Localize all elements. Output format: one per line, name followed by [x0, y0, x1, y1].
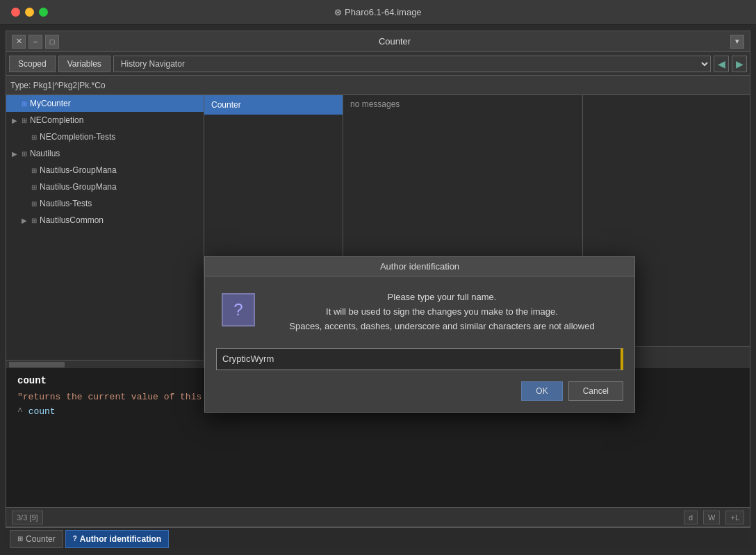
package-icon: ⊞	[22, 150, 27, 158]
status-w-button[interactable]: W	[703, 511, 720, 524]
tree-item-label-necompletion: NECompletion	[30, 115, 83, 125]
nav-forward-button[interactable]: ▶	[732, 56, 747, 72]
search-input[interactable]	[10, 81, 746, 90]
status-bar: 3/3 [9] d W +L	[6, 507, 750, 527]
dialog-line3: Spaces, accents, dashes, underscore and …	[266, 320, 618, 334]
tree-item-label-nautiluscommon: NautilusCommon	[40, 215, 104, 225]
expand-arrow-nautiluscommon: ▶	[22, 217, 28, 224]
dialog-question-icon: ?	[222, 293, 255, 326]
dialog-icon-symbol: ?	[233, 300, 243, 320]
tree-item-nautilus[interactable]: ▶ ⊞ Nautilus	[6, 145, 204, 162]
taskbar-author-label: Author identification	[80, 534, 161, 544]
package-icon: ⊞	[31, 217, 37, 224]
tree-item-nautilus-tests[interactable]: ⊞ Nautilus-Tests	[6, 195, 204, 212]
dialog-buttons: OK Cancel	[205, 381, 634, 412]
package-icon: ⊞	[22, 117, 27, 124]
window-maximize-button[interactable]: □	[45, 35, 59, 49]
tree-item-label-mycounter: MyCounter	[30, 99, 71, 108]
status-d-button[interactable]: d	[684, 511, 698, 524]
tree-item-necompletion-tests[interactable]: ⊞ NECompletion-Tests	[6, 129, 204, 145]
cancel-button[interactable]: Cancel	[568, 381, 623, 401]
tree-item-nautiluscommon[interactable]: ▶ ⊞ NautilusCommon	[6, 212, 204, 229]
history-bar: History Navigator ◀ ▶	[113, 56, 747, 72]
traffic-lights	[11, 8, 48, 17]
expand-arrow	[22, 200, 28, 208]
taskbar-counter-icon: ⊞	[17, 535, 23, 542]
tree-item-label-nautilus-groupmana2: Nautilus-GroupMana	[40, 182, 117, 192]
nav-back-button[interactable]: ◀	[714, 56, 729, 72]
variables-button[interactable]: Variables	[58, 56, 110, 72]
dialog-line1: Please type your full name.	[266, 290, 618, 305]
taskbar-counter-item[interactable]: ⊞ Counter	[10, 530, 63, 548]
tree-item-nautilus-groupmana1[interactable]: ⊞ Nautilus-GroupMana	[6, 162, 204, 179]
taskbar-author-icon: ?	[73, 535, 77, 542]
expand-arrow	[22, 133, 28, 141]
package-icon: ⊞	[31, 200, 37, 208]
tree-item-label-necompletion-tests: NECompletion-Tests	[40, 132, 115, 142]
tree-item-nautilus-groupmana2[interactable]: ⊞ Nautilus-GroupMana	[6, 179, 204, 195]
tree-horizontal-scrollbar[interactable]	[6, 360, 204, 368]
history-navigator-select[interactable]: History Navigator	[113, 56, 711, 72]
method-item-counter[interactable]: Counter	[204, 95, 343, 115]
method-item-label-counter: Counter	[211, 100, 241, 110]
tree-item-mycounter[interactable]: ⊞ MyCounter	[6, 95, 204, 112]
author-identification-dialog: Author identification ? Please type your…	[204, 256, 635, 412]
dialog-titlebar: Author identification	[205, 257, 634, 276]
minimize-window-button[interactable]	[25, 8, 34, 17]
author-name-input[interactable]	[216, 348, 623, 370]
close-window-button[interactable]	[11, 8, 20, 17]
dialog-title: Author identification	[380, 261, 459, 272]
app-title: ⊛ Pharo6.1-64.image	[334, 7, 421, 17]
expand-arrow	[22, 167, 28, 174]
expand-arrow	[22, 183, 28, 191]
search-bar	[6, 76, 750, 95]
expand-arrow-mycounter	[12, 100, 19, 108]
tree-item-label-nautilus-groupmana1: Nautilus-GroupMana	[40, 165, 117, 175]
scoped-button[interactable]: Scoped	[9, 56, 56, 72]
maximize-window-button[interactable]	[39, 8, 48, 17]
status-l-button[interactable]: +L	[725, 511, 744, 524]
left-panel: ⊞ MyCounter ▶ ⊞ NECompletion ⊞ NEComplet…	[6, 95, 204, 368]
window-frame: ✕ − □ Counter ▾ Scoped Variables History…	[6, 31, 750, 527]
dialog-text: Please type your full name. It will be u…	[266, 290, 618, 333]
app-titlebar: ⊛ Pharo6.1-64.image	[0, 0, 756, 25]
window-menu-button[interactable]: ▾	[730, 35, 744, 49]
ok-button[interactable]: OK	[521, 381, 562, 401]
window-titlebar: ✕ − □ Counter ▾	[6, 31, 750, 52]
expand-arrow-necompletion: ▶	[12, 117, 19, 124]
window-controls: ✕ − □	[12, 35, 59, 49]
window-close-button[interactable]: ✕	[12, 35, 26, 49]
code-return-var: count	[28, 406, 56, 417]
taskbar: ⊞ Counter ? Author identification	[6, 527, 750, 549]
no-messages-label: no messages	[343, 95, 582, 113]
expand-arrow-nautilus: ▶	[12, 150, 19, 158]
package-icon: ⊞	[31, 167, 37, 174]
dialog-line2: It will be used to sign the changes you …	[266, 305, 618, 320]
taskbar-author-item[interactable]: ? Author identification	[65, 530, 169, 548]
class-icon: ⊞	[22, 100, 27, 108]
tree-list: ⊞ MyCounter ▶ ⊞ NECompletion ⊞ NEComplet…	[6, 95, 204, 360]
main-area: ✕ − □ Counter ▾ Scoped Variables History…	[0, 25, 756, 555]
window-title: Counter	[379, 36, 411, 47]
window-minimize-button[interactable]: −	[28, 35, 42, 49]
dialog-input-row	[205, 348, 634, 381]
tree-item-necompletion[interactable]: ▶ ⊞ NECompletion	[6, 112, 204, 129]
status-position: 3/3 [9]	[12, 511, 43, 524]
dialog-body: ? Please type your full name. It will be…	[205, 276, 634, 347]
tree-item-label-nautilus: Nautilus	[30, 149, 60, 158]
package-icon: ⊞	[31, 133, 37, 141]
tree-item-label-nautilus-tests: Nautilus-Tests	[40, 199, 92, 208]
package-icon: ⊞	[31, 183, 37, 191]
taskbar-counter-label: Counter	[26, 534, 56, 544]
code-caret: ^	[17, 406, 23, 417]
top-toolbar: Scoped Variables History Navigator ◀ ▶	[6, 52, 750, 76]
